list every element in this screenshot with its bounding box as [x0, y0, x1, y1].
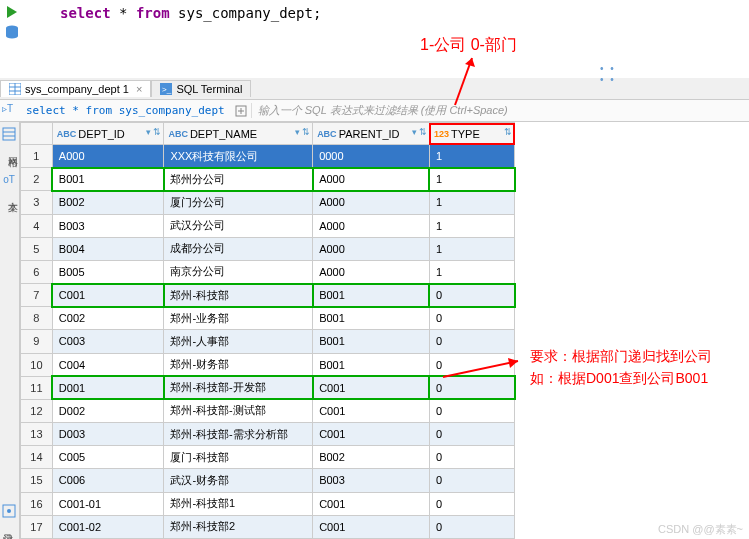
log-icon[interactable] [0, 502, 18, 520]
table-row[interactable]: 16C001-01郑州-科技部1C0010 [21, 492, 515, 515]
cell-type[interactable]: 1 [429, 191, 514, 214]
rail-text-label[interactable]: 文本 [0, 191, 19, 197]
cell-dept-id[interactable]: C006 [52, 469, 164, 492]
cell-type[interactable]: 0 [429, 284, 514, 307]
table-row[interactable]: 9C003郑州-人事部B0010 [21, 330, 515, 353]
cell-parent-id[interactable]: B001 [313, 353, 430, 376]
cell-type[interactable]: 0 [429, 423, 514, 446]
table-row[interactable]: 15C006武汉-财务部B0030 [21, 469, 515, 492]
cell-dept-name[interactable]: 成都分公司 [164, 237, 313, 260]
cell-type[interactable]: 1 [429, 260, 514, 283]
cell-dept-name[interactable]: 郑州-人事部 [164, 330, 313, 353]
grid-view-icon[interactable] [0, 125, 18, 143]
cell-dept-name[interactable]: XXX科技有限公司 [164, 145, 313, 168]
sql-editor[interactable]: select * from sys_company_dept; [0, 0, 749, 30]
cell-dept-id[interactable]: B003 [52, 214, 164, 237]
cell-dept-name[interactable]: 郑州-业务部 [164, 307, 313, 330]
cell-parent-id[interactable]: B001 [313, 307, 430, 330]
cell-parent-id[interactable]: A000 [313, 168, 430, 191]
text-view-icon[interactable]: oT [0, 170, 18, 188]
close-icon[interactable]: × [133, 83, 142, 95]
table-row[interactable]: 1A000XXX科技有限公司00001 [21, 145, 515, 168]
cell-dept-id[interactable]: B001 [52, 168, 164, 191]
cell-parent-id[interactable]: C001 [313, 492, 430, 515]
cell-parent-id[interactable]: 0000 [313, 145, 430, 168]
cell-dept-id[interactable]: C002 [52, 307, 164, 330]
row-number[interactable]: 11 [21, 376, 53, 399]
table-row[interactable]: 6B005南京分公司A0001 [21, 260, 515, 283]
cell-dept-name[interactable]: 郑州分公司 [164, 168, 313, 191]
table-row[interactable]: 7C001郑州-科技部B0010 [21, 284, 515, 307]
cell-type[interactable]: 1 [429, 145, 514, 168]
row-number[interactable]: 7 [21, 284, 53, 307]
cell-parent-id[interactable]: B003 [313, 469, 430, 492]
table-row[interactable]: 17C001-02郑州-科技部2C0010 [21, 515, 515, 538]
cell-type[interactable]: 0 [429, 515, 514, 538]
row-number[interactable]: 14 [21, 446, 53, 469]
table-row[interactable]: 5B004成都分公司A0001 [21, 237, 515, 260]
row-number[interactable]: 1 [21, 145, 53, 168]
cell-parent-id[interactable]: B001 [313, 330, 430, 353]
tab-result[interactable]: sys_company_dept 1 × [0, 80, 151, 97]
cell-dept-id[interactable]: C004 [52, 353, 164, 376]
filter-input[interactable]: 输入一个 SQL 表达式来过滤结果 (使用 Ctrl+Space) [251, 103, 749, 118]
row-number[interactable]: 6 [21, 260, 53, 283]
cell-dept-name[interactable]: 厦门-科技部 [164, 446, 313, 469]
cell-type[interactable]: 1 [429, 214, 514, 237]
cell-dept-id[interactable]: B005 [52, 260, 164, 283]
cell-dept-name[interactable]: 郑州-科技部-需求分析部 [164, 423, 313, 446]
cell-parent-id[interactable]: A000 [313, 237, 430, 260]
cell-type[interactable]: 0 [429, 330, 514, 353]
table-row[interactable]: 13D003郑州-科技部-需求分析部C0010 [21, 423, 515, 446]
cell-parent-id[interactable]: A000 [313, 260, 430, 283]
cell-parent-id[interactable]: C001 [313, 423, 430, 446]
row-number[interactable]: 5 [21, 237, 53, 260]
cell-dept-name[interactable]: 郑州-财务部 [164, 353, 313, 376]
row-number[interactable]: 3 [21, 191, 53, 214]
cell-type[interactable]: 0 [429, 492, 514, 515]
cell-parent-id[interactable]: A000 [313, 191, 430, 214]
cell-dept-id[interactable]: A000 [52, 145, 164, 168]
cell-type[interactable]: 0 [429, 469, 514, 492]
table-row[interactable]: 14C005厦门-科技部B0020 [21, 446, 515, 469]
cell-dept-name[interactable]: 郑州-科技部1 [164, 492, 313, 515]
cell-parent-id[interactable]: C001 [313, 376, 430, 399]
table-row[interactable]: 2B001郑州分公司A0001 [21, 168, 515, 191]
cell-type[interactable]: 1 [429, 237, 514, 260]
col-type[interactable]: 123 TYPE⇅ [429, 123, 514, 145]
row-number[interactable]: 4 [21, 214, 53, 237]
col-dept-name[interactable]: ABC DEPT_NAME▾⇅ [164, 123, 313, 145]
table-row[interactable]: 4B003武汉分公司A0001 [21, 214, 515, 237]
row-number[interactable]: 10 [21, 353, 53, 376]
cell-parent-id[interactable]: C001 [313, 515, 430, 538]
expand-icon[interactable] [233, 103, 249, 119]
row-number[interactable]: 15 [21, 469, 53, 492]
row-number[interactable]: 13 [21, 423, 53, 446]
cell-dept-id[interactable]: D002 [52, 399, 164, 422]
corner-cell[interactable] [21, 123, 53, 145]
cell-dept-id[interactable]: B004 [52, 237, 164, 260]
cell-dept-id[interactable]: C001-02 [52, 515, 164, 538]
filter-indicator-icon[interactable]: ▹T [2, 103, 18, 119]
cell-type[interactable]: 1 [429, 168, 514, 191]
cell-dept-name[interactable]: 郑州-科技部2 [164, 515, 313, 538]
col-dept-id[interactable]: ABC DEPT_ID▾⇅ [52, 123, 164, 145]
cell-parent-id[interactable]: A000 [313, 214, 430, 237]
cell-dept-id[interactable]: B002 [52, 191, 164, 214]
row-number[interactable]: 17 [21, 515, 53, 538]
cell-dept-name[interactable]: 郑州-科技部-开发部 [164, 376, 313, 399]
cell-dept-name[interactable]: 武汉-财务部 [164, 469, 313, 492]
cell-dept-name[interactable]: 郑州-科技部-测试部 [164, 399, 313, 422]
rail-log-label[interactable]: 记录 [0, 523, 14, 529]
rail-grid-label[interactable]: 网格 [0, 146, 19, 152]
cell-parent-id[interactable]: B001 [313, 284, 430, 307]
tab-sql-terminal[interactable]: >_ SQL Terminal [151, 80, 251, 97]
col-parent-id[interactable]: ABC PARENT_ID▾⇅ [313, 123, 430, 145]
cell-dept-name[interactable]: 厦门分公司 [164, 191, 313, 214]
cell-type[interactable]: 0 [429, 399, 514, 422]
row-number[interactable]: 16 [21, 492, 53, 515]
cell-dept-id[interactable]: C003 [52, 330, 164, 353]
cell-dept-name[interactable]: 南京分公司 [164, 260, 313, 283]
table-row[interactable]: 3B002厦门分公司A0001 [21, 191, 515, 214]
cell-dept-id[interactable]: C001-01 [52, 492, 164, 515]
